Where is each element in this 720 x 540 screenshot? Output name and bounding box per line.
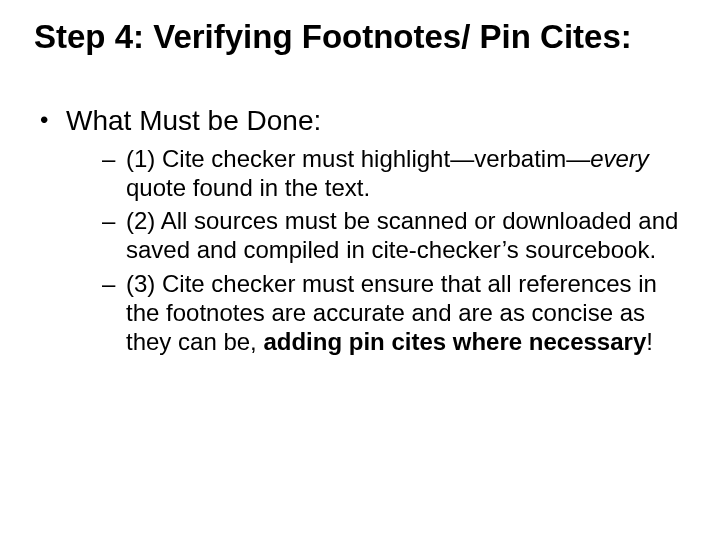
text-run: ! — [646, 328, 653, 355]
text-run-italic: every — [590, 145, 649, 172]
slide: Step 4: Verifying Footnotes/ Pin Cites: … — [0, 0, 720, 540]
bullet-list-level1: What Must be Done: (1) Cite checker must… — [34, 104, 686, 356]
list-item: (1) Cite checker must highlight—verbatim… — [102, 144, 686, 203]
text-run: (1) Cite checker must highlight—verbatim… — [126, 145, 590, 172]
bullet-list-level2: (1) Cite checker must highlight—verbatim… — [66, 144, 686, 357]
list-item: (2) All sources must be scanned or downl… — [102, 206, 686, 265]
text-run: quote found in the text. — [126, 174, 370, 201]
slide-title: Step 4: Verifying Footnotes/ Pin Cites: — [34, 18, 686, 56]
bullet-text: What Must be Done: — [66, 105, 321, 136]
text-run-bold: adding pin cites where necessary — [263, 328, 646, 355]
list-item: What Must be Done: (1) Cite checker must… — [36, 104, 686, 356]
text-run: (2) All sources must be scanned or downl… — [126, 207, 678, 263]
list-item: (3) Cite checker must ensure that all re… — [102, 269, 686, 357]
